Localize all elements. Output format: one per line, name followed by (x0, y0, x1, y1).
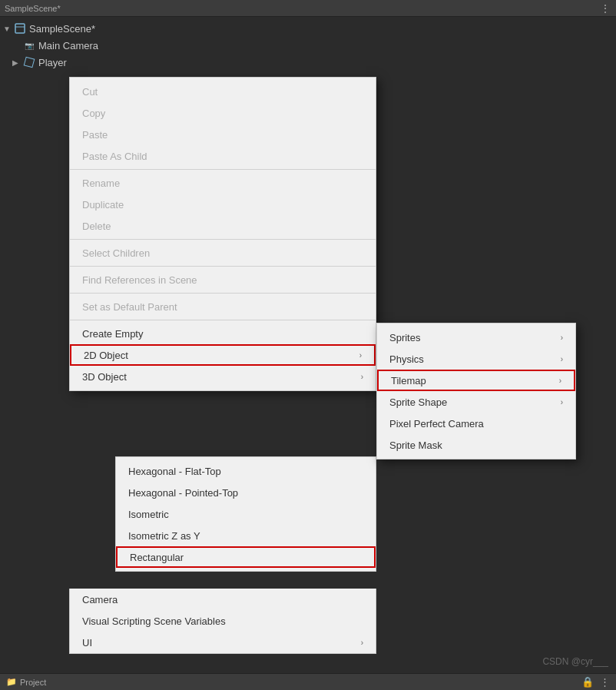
submenu-2d-tilemap[interactable]: Tilemap › (377, 370, 575, 391)
bottom-bar: 📁 Project 🔒 ⋮ (0, 673, 616, 690)
menu-camera[interactable]: Camera (70, 589, 376, 610)
arrow-down-icon: ▼ (3, 25, 12, 33)
menu-delete[interactable]: Delete (70, 215, 376, 237)
menu-find-references[interactable]: Find References in Scene (70, 269, 376, 290)
menu-create-empty[interactable]: Create Empty (70, 323, 376, 344)
separator-5 (70, 320, 376, 320)
menu-ui[interactable]: UI › (70, 632, 376, 653)
svg-rect-0 (15, 24, 25, 33)
tilemap-rectangular[interactable]: Rectangular (116, 546, 376, 568)
camera-icon: 📷 (23, 39, 35, 51)
menu-paste-as-child[interactable]: Paste As Child (70, 145, 376, 167)
top-bar: SampleScene* ⋮ (0, 0, 616, 17)
context-menu: Cut Copy Paste Paste As Child Rename Dup… (69, 77, 376, 391)
tilemap-isometric-z[interactable]: Isometric Z as Y (116, 525, 376, 546)
menu-2d-object[interactable]: 2D Object › (70, 344, 376, 366)
separator-2 (70, 239, 376, 240)
submenu-2d-object: Sprites › Physics › Tilemap › Sprite Sha… (376, 323, 576, 459)
panel-title: SampleScene* (5, 4, 61, 13)
watermark: CSDN @cyr___ (542, 656, 608, 667)
submenu-2d-sprite-shape[interactable]: Sprite Shape › (377, 391, 575, 413)
panel-options-icon[interactable]: ⋮ (600, 2, 611, 15)
tilemap-hexagonal-pointed[interactable]: Hexagonal - Pointed-Top (116, 482, 376, 503)
separator-1 (70, 169, 376, 170)
menu-bottom-items: Camera Visual Scripting Scene Variables … (69, 589, 376, 654)
submenu-2d-sprites[interactable]: Sprites › (377, 327, 575, 348)
sprite-shape-arrow: › (561, 398, 563, 406)
sprites-arrow: › (561, 333, 563, 342)
options-icon[interactable]: ⋮ (600, 676, 610, 688)
scene-icon (14, 22, 26, 35)
lock-icon[interactable]: 🔒 (581, 676, 594, 688)
tilemap-arrow: › (559, 377, 561, 385)
menu-paste[interactable]: Paste (70, 124, 376, 145)
scene-label: SampleScene* (29, 23, 95, 35)
scene-root-item[interactable]: ▼ SampleScene* (0, 20, 616, 37)
project-folder-icon: 📁 (6, 677, 17, 687)
ui-arrow: › (361, 639, 363, 647)
menu-rename[interactable]: Rename (70, 172, 376, 194)
player-item[interactable]: ▶ Player (0, 54, 616, 71)
main-camera-item[interactable]: 📷 Main Camera (0, 37, 616, 54)
submenu-2d-physics[interactable]: Physics › (377, 348, 575, 370)
player-cube-icon (23, 56, 35, 68)
hierarchy-panel: SampleScene* ⋮ ▼ SampleScene* 📷 Main Cam… (0, 0, 616, 690)
separator-4 (70, 293, 376, 294)
scene-hierarchy: ▼ SampleScene* 📷 Main Camera ▶ Player (0, 17, 616, 74)
submenu-arrow-3d: › (361, 373, 363, 381)
player-label: Player (38, 57, 67, 68)
menu-duplicate[interactable]: Duplicate (70, 194, 376, 215)
submenu-tilemap-options: Hexagonal - Flat-Top Hexagonal - Pointed… (115, 456, 376, 572)
submenu-arrow-2d: › (359, 351, 362, 360)
tilemap-hexagonal-flat[interactable]: Hexagonal - Flat-Top (116, 460, 376, 482)
menu-set-default-parent[interactable]: Set as Default Parent (70, 296, 376, 317)
tilemap-isometric[interactable]: Isometric (116, 503, 376, 525)
bottom-icons: 🔒 ⋮ (581, 676, 610, 688)
main-camera-label: Main Camera (38, 40, 98, 51)
menu-visual-scripting[interactable]: Visual Scripting Scene Variables (70, 610, 376, 632)
physics-arrow: › (561, 355, 563, 363)
menu-select-children[interactable]: Select Children (70, 242, 376, 264)
menu-cut[interactable]: Cut (70, 81, 376, 102)
menu-3d-object[interactable]: 3D Object › (70, 366, 376, 387)
submenu-2d-pixel-perfect[interactable]: Pixel Perfect Camera (377, 413, 575, 434)
submenu-2d-sprite-mask[interactable]: Sprite Mask (377, 434, 575, 456)
project-label: Project (20, 678, 46, 687)
menu-copy[interactable]: Copy (70, 102, 376, 124)
bottom-left: 📁 Project (6, 677, 46, 687)
separator-3 (70, 266, 376, 267)
arrow-right-icon: ▶ (12, 58, 22, 67)
